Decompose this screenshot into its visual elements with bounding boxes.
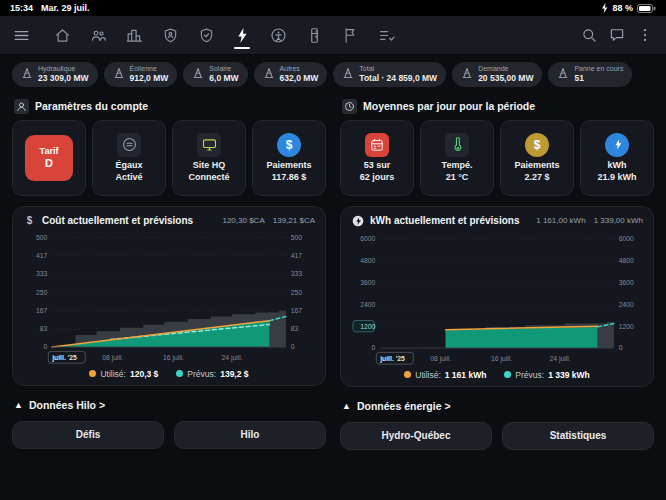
legend-item: Utilisé: 120,3 $: [89, 369, 158, 379]
cost-chart-card: $ Coût actuellement et prévisions 120,30…: [12, 206, 326, 386]
tab-bolt[interactable]: [225, 19, 259, 51]
card-line1: Égaux: [115, 160, 142, 171]
kwh-chart: 0012001200120024002400360036004800480060…: [351, 229, 643, 367]
kwh-current: 1 161,00 kWh: [536, 216, 585, 225]
nav-actions: [576, 22, 658, 48]
tariff-badge: Tarif D: [25, 135, 73, 181]
hilo-section-header[interactable]: ▲ Données Hilo >: [14, 399, 324, 411]
chip-label: Hydraulique: [38, 65, 89, 73]
power-source-icon: [113, 65, 125, 83]
card-line2: 62 jours: [360, 172, 395, 183]
legend-item: Utilisé: 1 161 kWh: [404, 370, 486, 380]
card-line1: Site HQ: [193, 160, 226, 171]
dollar-circle-icon: $: [277, 133, 301, 157]
svg-text:167: 167: [291, 307, 303, 314]
avg-kwh-card[interactable]: kWh 21.9 kWh: [580, 120, 654, 196]
tariff-card[interactable]: Tarif D: [12, 120, 86, 196]
cost-chart-header: $ Coût actuellement et prévisions 120,30…: [23, 215, 315, 226]
svg-text:333: 333: [291, 270, 303, 277]
tab-shield-person[interactable]: [153, 19, 187, 51]
svg-text:0: 0: [44, 343, 48, 350]
power-source-icon: [342, 65, 354, 83]
status-date: Mar. 29 juil.: [41, 3, 90, 13]
svg-text:2400: 2400: [619, 300, 634, 307]
svg-text:1200: 1200: [360, 322, 375, 329]
card-line1: Tempé.: [442, 160, 473, 171]
account-section-title: Paramètres du compte: [35, 100, 148, 112]
chip-solaire[interactable]: Solaire6,0 MW: [183, 62, 247, 87]
chip--olienne[interactable]: Éolienne912,0 MW: [104, 62, 178, 87]
defis-button[interactable]: Défis: [12, 421, 164, 449]
kwh-chart-header: kWh actuellement et prévisions 1 161,00 …: [351, 215, 643, 227]
legend-item: Prévus: 139,2 $: [176, 369, 248, 379]
chip-label: Autres: [280, 65, 319, 73]
payments-card[interactable]: $ Paiements 117.86 $: [252, 120, 326, 196]
chip-panne-en-cours[interactable]: Panne en cours51: [548, 62, 632, 87]
days-card[interactable]: 53 sur 62 jours: [340, 120, 414, 196]
svg-text:3600: 3600: [619, 278, 634, 285]
tab-flag[interactable]: [333, 19, 367, 51]
tab-people[interactable]: [81, 19, 115, 51]
svg-text:333: 333: [36, 270, 48, 277]
statistiques-button[interactable]: Statistiques: [502, 422, 654, 450]
tab-home[interactable]: [45, 19, 79, 51]
nav-tabs: [45, 19, 576, 51]
power-source-icon: [461, 65, 473, 83]
card-line2: 21 °C: [446, 172, 469, 183]
power-source-icon: [21, 65, 33, 83]
svg-text:16 juill.: 16 juill.: [163, 354, 184, 362]
tab-checklist[interactable]: [369, 19, 403, 51]
hq-site-card[interactable]: Site HQ Connecté: [172, 120, 246, 196]
tab-shield-check[interactable]: [189, 19, 223, 51]
card-line1: Paiements: [266, 160, 311, 171]
search-button[interactable]: [576, 22, 602, 48]
card-line2: 117.86 $: [272, 172, 307, 183]
menu-button[interactable]: [8, 22, 35, 49]
more-button[interactable]: [632, 22, 658, 48]
account-icon: [14, 99, 29, 114]
chip-label: Panne en cours: [574, 65, 623, 73]
svg-text:500: 500: [291, 233, 303, 240]
avg-payments-card[interactable]: $ Paiements 2.27 $: [500, 120, 574, 196]
chip-demande[interactable]: Demande20 535,00 MW: [452, 62, 542, 87]
tab-accessibility[interactable]: [261, 19, 295, 51]
monitor-icon: [197, 133, 221, 157]
svg-text:juill. '25: juill. '25: [51, 354, 77, 362]
equals-icon: [117, 133, 141, 157]
svg-text:417: 417: [291, 252, 303, 259]
chip-hydraulique[interactable]: Hydraulique23 309,0 MW: [12, 62, 98, 87]
equal-payments-card[interactable]: Égaux Activé: [92, 120, 166, 196]
account-section-header: Paramètres du compte: [14, 99, 324, 114]
tab-city[interactable]: [117, 19, 151, 51]
dashboard: Paramètres du compte Tarif D Égaux Activ…: [0, 89, 666, 450]
chip-value: 20 535,00 MW: [478, 73, 533, 83]
kwh-forecast: 1 339,00 kWh: [594, 216, 643, 225]
temperature-card[interactable]: Tempé. 21 °C: [420, 120, 494, 196]
dollar-icon: $: [23, 215, 36, 226]
chat-button[interactable]: [604, 22, 630, 48]
kwh-chart-title: kWh actuellement et prévisions: [370, 215, 530, 226]
hilo-section-title: Données Hilo >: [29, 399, 105, 411]
svg-text:08 juill.: 08 juill.: [430, 355, 451, 363]
svg-text:167: 167: [36, 307, 48, 314]
power-source-icon: [192, 65, 204, 83]
energy-section-header[interactable]: ▲ Données énergie >: [342, 400, 652, 412]
card-line2: 2.27 $: [524, 172, 549, 183]
cost-chart: 008383167167250250333333417417500500juil…: [23, 228, 315, 366]
dollar-circle-icon: $: [525, 133, 549, 157]
chip-autres[interactable]: Autres632,0 MW: [254, 62, 328, 87]
cost-forecast: 139,21 $CA: [273, 216, 315, 225]
tab-fridge[interactable]: [297, 19, 331, 51]
hydro-quebec-button[interactable]: Hydro-Québec: [340, 422, 492, 450]
svg-text:4800: 4800: [360, 256, 375, 263]
chip-value: 6,0 MW: [209, 73, 238, 83]
chip-total[interactable]: TotalTotal · 24 859,0 MW: [333, 62, 446, 87]
right-column: Moyennes par jour pour la période 53 sur…: [340, 91, 654, 450]
chip-label: Solaire: [209, 65, 238, 73]
battery-icon: [637, 4, 656, 13]
chip-value: 51: [574, 73, 623, 83]
svg-text:24 juill.: 24 juill.: [549, 355, 570, 363]
cost-chart-legend: Utilisé: 120,3 $Prévus: 139,2 $: [23, 366, 315, 381]
hilo-button[interactable]: Hilo: [174, 421, 326, 449]
svg-text:16 juill.: 16 juill.: [491, 355, 512, 363]
